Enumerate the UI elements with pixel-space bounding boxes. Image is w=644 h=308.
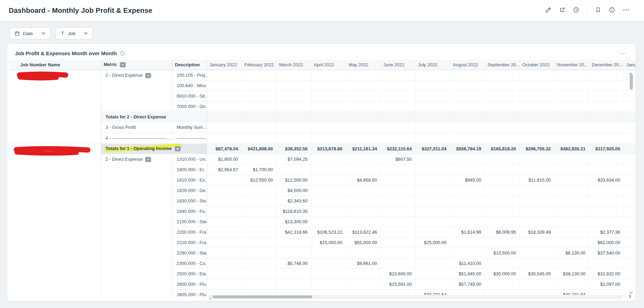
info-icon[interactable]	[120, 51, 125, 56]
horizontal-scrollbar-track[interactable]	[208, 295, 623, 299]
report-title: Job Profit & Expenses Month over Month	[15, 50, 117, 56]
column-header: Job Number Name	[9, 60, 101, 70]
value-cell	[380, 175, 415, 185]
collapse-button[interactable]: −	[145, 73, 151, 78]
value-cell	[485, 154, 519, 164]
value-cell	[554, 122, 589, 133]
value-cell	[380, 101, 415, 111]
value-cell	[241, 111, 276, 122]
value-cell	[554, 101, 589, 111]
totals-cell: Totals for 2 - Direct Expense	[101, 111, 207, 122]
value-cell: $87,478.04	[207, 143, 241, 154]
value-cell	[311, 195, 346, 206]
value-cell	[276, 164, 311, 175]
table-body: 2 - Direct Expense−100.105 - Proj...100.…	[9, 70, 636, 296]
value-cell	[624, 175, 636, 185]
value-cell: $2,343.60	[276, 195, 311, 206]
value-cell: $213,678.80	[311, 143, 346, 154]
info-button[interactable]	[609, 7, 615, 14]
value-cell	[485, 164, 519, 175]
value-cell	[311, 185, 346, 195]
edit-button[interactable]	[545, 7, 551, 14]
value-cell: $211,161.34	[346, 143, 380, 154]
report-menu-button[interactable]	[620, 51, 626, 56]
value-cell	[554, 133, 589, 143]
column-header: Janu...	[624, 60, 636, 70]
history-button[interactable]	[573, 7, 579, 14]
value-cell	[554, 216, 589, 227]
value-cell: $9,661.00	[346, 258, 380, 268]
value-cell: $232,115.64	[380, 143, 415, 154]
value-cell	[519, 195, 554, 206]
scroll-right-arrow-icon[interactable]	[629, 293, 631, 300]
bookmark-button[interactable]	[595, 7, 601, 14]
collapse-button[interactable]: −	[145, 157, 151, 162]
value-cell	[276, 237, 311, 248]
value-cell	[624, 164, 636, 175]
value-cell	[450, 91, 485, 101]
value-cell	[311, 101, 346, 111]
table-header: Job Number NameMetric−DescriptionJanuary…	[9, 60, 636, 70]
value-cell	[207, 248, 241, 258]
value-cell	[554, 111, 589, 122]
scroll-left-arrow-icon[interactable]	[209, 295, 212, 301]
value-cell	[276, 70, 311, 80]
value-cell	[485, 70, 519, 80]
value-cell	[589, 206, 624, 216]
collapse-button[interactable]: −	[120, 62, 126, 67]
column-header: December 20...	[589, 60, 624, 70]
description-cell: 1310.000 - Un...	[172, 154, 207, 164]
value-cell	[554, 154, 589, 164]
value-cell	[207, 206, 241, 216]
value-cell	[346, 91, 380, 101]
value-cell	[519, 164, 554, 175]
value-cell	[276, 268, 311, 279]
ellipsis-icon	[620, 51, 626, 56]
value-cell	[311, 216, 346, 227]
value-cell	[311, 122, 346, 133]
job-filter[interactable]: Job	[55, 27, 93, 39]
value-cell	[519, 237, 554, 248]
value-cell: $117,925.05	[589, 143, 624, 154]
value-cell	[624, 143, 636, 154]
value-cell	[346, 206, 380, 216]
value-cell	[380, 70, 415, 80]
value-cell: $51,845.00	[450, 268, 485, 279]
top-bar: Dashboard - Monthly Job Profit & Expense	[0, 0, 644, 21]
value-cell	[380, 227, 415, 237]
value-cell	[450, 70, 485, 80]
value-cell: $15,600.00	[380, 268, 415, 279]
value-cell: $6,130.00	[554, 248, 589, 258]
vertical-scrollbar-thumb[interactable]	[630, 74, 633, 90]
expand-button[interactable]: +	[175, 146, 181, 151]
column-header: July 2022	[415, 60, 450, 70]
horizontal-scrollbar-thumb[interactable]	[213, 295, 312, 298]
value-cell	[207, 80, 241, 91]
value-cell	[346, 70, 380, 80]
date-filter[interactable]: Date	[10, 27, 50, 39]
value-cell	[241, 133, 276, 143]
value-cell	[207, 122, 241, 133]
description-cell: 1829.000 - De...	[172, 185, 207, 195]
value-cell	[415, 195, 450, 206]
value-cell	[519, 248, 554, 258]
value-cell: $12,550.00	[241, 175, 276, 185]
value-cell: $165,818.20	[485, 143, 519, 154]
value-cell	[624, 154, 636, 164]
value-cell: $4,500.00	[276, 185, 311, 195]
value-cell	[589, 91, 624, 101]
column-header: November 20...	[554, 60, 589, 70]
value-cell	[241, 80, 276, 91]
value-cell	[554, 227, 589, 237]
value-cell	[346, 185, 380, 195]
value-cell	[624, 195, 636, 206]
value-cell	[554, 80, 589, 91]
value-cell	[624, 122, 636, 133]
value-cell: $106,523.22	[311, 227, 346, 237]
value-cell: $4,658.50	[346, 175, 380, 185]
value-cell	[415, 175, 450, 185]
value-cell	[589, 154, 624, 164]
share-button[interactable]	[559, 7, 565, 14]
more-options-button[interactable]	[623, 7, 629, 14]
description-cell: 2300.000 - Co...	[172, 258, 207, 268]
